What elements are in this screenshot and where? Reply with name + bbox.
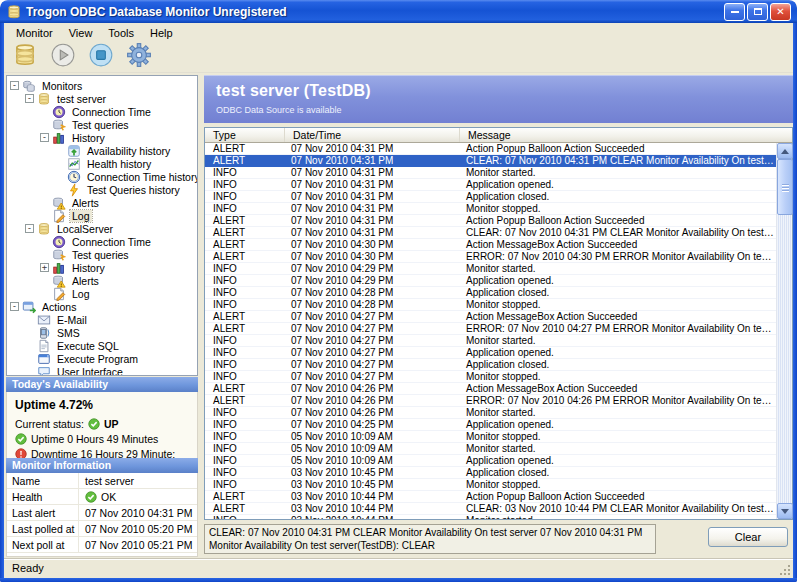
log-datetime: 07 Nov 2010 04:27 PM bbox=[285, 347, 460, 358]
tree-item-test-queries-history[interactable]: Test Queries history bbox=[7, 183, 197, 196]
availability-chart-icon bbox=[67, 144, 81, 158]
log-row[interactable]: INFO07 Nov 2010 04:29 PMApplication open… bbox=[205, 275, 776, 287]
clear-button[interactable]: Clear bbox=[708, 527, 788, 547]
tree-item-connection-time-history[interactable]: Connection Time history bbox=[7, 170, 197, 183]
log-row[interactable]: INFO07 Nov 2010 04:31 PMApplication open… bbox=[205, 179, 776, 191]
monitor-info-row-health: HealthOK bbox=[7, 489, 197, 505]
log-row-selected[interactable]: ALERT07 Nov 2010 04:31 PMCLEAR: 07 Nov 2… bbox=[205, 155, 776, 167]
collapse-toggle-icon[interactable]: - bbox=[10, 302, 19, 311]
tree-item-user-interface[interactable]: User Interface bbox=[7, 365, 197, 376]
settings-button[interactable] bbox=[122, 43, 156, 72]
log-row[interactable]: ALERT07 Nov 2010 04:31 PMAction Popup Ba… bbox=[205, 215, 776, 227]
column-header-message[interactable]: Message bbox=[460, 128, 792, 142]
start-button[interactable] bbox=[46, 43, 80, 72]
log-row[interactable]: ALERT07 Nov 2010 04:26 PMERROR: 07 Nov 2… bbox=[205, 395, 776, 407]
tree-item-log[interactable]: Log bbox=[7, 209, 197, 222]
log-type: INFO bbox=[205, 371, 285, 382]
log-row[interactable]: ALERT07 Nov 2010 04:26 PMAction MessageB… bbox=[205, 383, 776, 395]
log-row[interactable]: INFO05 Nov 2010 10:09 AMApplication open… bbox=[205, 455, 776, 467]
collapse-toggle-icon[interactable]: - bbox=[25, 94, 34, 103]
minimize-button[interactable] bbox=[724, 3, 745, 21]
log-message: Application opened. bbox=[460, 455, 776, 466]
log-row[interactable]: INFO05 Nov 2010 10:09 AMMonitor started. bbox=[205, 443, 776, 455]
scroll-down-button[interactable] bbox=[777, 503, 793, 519]
tree-item-localserver[interactable]: -LocalServer bbox=[7, 222, 197, 235]
tree-item-availability-history[interactable]: Availability history bbox=[7, 144, 197, 157]
column-header-date-time[interactable]: Date/Time bbox=[285, 128, 460, 142]
log-message: Action MessageBox Action Succeeded bbox=[460, 383, 776, 394]
log-row[interactable]: ALERT03 Nov 2010 10:44 PMCLEAR: 03 Nov 2… bbox=[205, 503, 776, 515]
resize-grip[interactable] bbox=[779, 564, 791, 576]
log-page-icon bbox=[52, 287, 66, 301]
tree-item-connection-time[interactable]: Connection Time bbox=[7, 105, 197, 118]
log-row[interactable]: INFO07 Nov 2010 04:25 PMApplication open… bbox=[205, 419, 776, 431]
log-message: CLEAR: 07 Nov 2010 04:31 PM CLEAR Monito… bbox=[460, 227, 776, 238]
log-row[interactable]: ALERT07 Nov 2010 04:30 PMAction MessageB… bbox=[205, 239, 776, 251]
log-row[interactable]: INFO07 Nov 2010 04:31 PMApplication clos… bbox=[205, 191, 776, 203]
log-message: Monitor started. bbox=[460, 263, 776, 274]
scrollbar-thumb[interactable] bbox=[777, 159, 793, 215]
menu-tools[interactable]: Tools bbox=[100, 25, 142, 41]
menu-view[interactable]: View bbox=[61, 25, 101, 41]
log-row[interactable]: ALERT07 Nov 2010 04:31 PMCLEAR: 07 Nov 2… bbox=[205, 227, 776, 239]
tree-item-connection-time[interactable]: Connection Time bbox=[7, 235, 197, 248]
log-row[interactable]: INFO03 Nov 2010 10:45 PMMonitor stopped. bbox=[205, 479, 776, 491]
title-bar[interactable]: Trogon ODBC Database Monitor Unregistere… bbox=[0, 0, 797, 23]
log-row[interactable]: INFO07 Nov 2010 04:31 PMMonitor started. bbox=[205, 167, 776, 179]
menu-help[interactable]: Help bbox=[142, 25, 181, 41]
server-status-subtitle: ODBC Data Source is available bbox=[216, 105, 781, 115]
log-row[interactable]: INFO07 Nov 2010 04:27 PMMonitor started. bbox=[205, 335, 776, 347]
log-list-rows: ALERT07 Nov 2010 04:31 PMAction Popup Ba… bbox=[205, 143, 776, 519]
log-row[interactable]: INFO07 Nov 2010 04:28 PMMonitor stopped. bbox=[205, 299, 776, 311]
tree-item-alerts[interactable]: Alerts bbox=[7, 274, 197, 287]
tree-item-history[interactable]: -History bbox=[7, 131, 197, 144]
tree-item-e-mail[interactable]: E-Mail bbox=[7, 313, 197, 326]
tree-item-actions[interactable]: -Actions bbox=[7, 300, 197, 313]
log-row[interactable]: INFO07 Nov 2010 04:29 PMMonitor started. bbox=[205, 263, 776, 275]
tree-item-execute-sql[interactable]: Execute SQL bbox=[7, 339, 197, 352]
tree-item-log[interactable]: Log bbox=[7, 287, 197, 300]
log-row[interactable]: INFO07 Nov 2010 04:31 PMMonitor stopped. bbox=[205, 203, 776, 215]
vertical-scrollbar[interactable] bbox=[776, 143, 792, 519]
tree-item-test-queries[interactable]: Test queries bbox=[7, 248, 197, 261]
menu-monitor[interactable]: Monitor bbox=[8, 25, 61, 41]
log-datetime: 07 Nov 2010 04:26 PM bbox=[285, 395, 460, 406]
log-row[interactable]: ALERT07 Nov 2010 04:27 PMAction MessageB… bbox=[205, 311, 776, 323]
log-row[interactable]: INFO07 Nov 2010 04:28 PMApplication clos… bbox=[205, 287, 776, 299]
tree-item-execute-program[interactable]: Execute Program bbox=[7, 352, 197, 365]
tree-item-alerts[interactable]: Alerts bbox=[7, 196, 197, 209]
scroll-up-button[interactable] bbox=[777, 143, 793, 159]
log-row[interactable]: ALERT07 Nov 2010 04:30 PMERROR: 07 Nov 2… bbox=[205, 251, 776, 263]
tree-item-monitors[interactable]: -Monitors bbox=[7, 79, 197, 92]
log-row[interactable]: INFO07 Nov 2010 04:27 PMMonitor stopped. bbox=[205, 371, 776, 383]
log-datetime: 07 Nov 2010 04:30 PM bbox=[285, 251, 460, 262]
database-button[interactable] bbox=[8, 43, 42, 72]
log-row[interactable]: ALERT07 Nov 2010 04:31 PMAction Popup Ba… bbox=[205, 143, 776, 155]
collapse-toggle-icon[interactable]: - bbox=[10, 81, 19, 90]
log-row[interactable]: INFO03 Nov 2010 10:44 PMMonitor started. bbox=[205, 515, 776, 519]
log-row[interactable]: INFO07 Nov 2010 04:27 PMApplication clos… bbox=[205, 359, 776, 371]
tree-item-test-server[interactable]: -test server bbox=[7, 92, 197, 105]
log-row[interactable]: ALERT07 Nov 2010 04:27 PMERROR: 07 Nov 2… bbox=[205, 323, 776, 335]
tree-item-history[interactable]: +History bbox=[7, 261, 197, 274]
log-row[interactable]: INFO07 Nov 2010 04:27 PMApplication open… bbox=[205, 347, 776, 359]
log-row[interactable]: ALERT03 Nov 2010 10:44 PMAction Popup Ba… bbox=[205, 491, 776, 503]
maximize-button[interactable] bbox=[747, 3, 768, 21]
column-header-type[interactable]: Type bbox=[205, 128, 285, 142]
expand-toggle-icon[interactable]: + bbox=[40, 263, 49, 272]
log-row[interactable]: INFO03 Nov 2010 10:45 PMApplication clos… bbox=[205, 467, 776, 479]
log-row[interactable]: INFO07 Nov 2010 04:26 PMMonitor started. bbox=[205, 407, 776, 419]
stop-button[interactable] bbox=[84, 43, 118, 72]
tree-item-sms[interactable]: SMS bbox=[7, 326, 197, 339]
tree-item-label: LocalServer bbox=[55, 223, 115, 235]
close-button[interactable]: ✕ bbox=[770, 3, 791, 21]
log-message: Action MessageBox Action Succeeded bbox=[460, 311, 776, 322]
tree-item-health-history[interactable]: Health history bbox=[7, 157, 197, 170]
log-row[interactable]: INFO05 Nov 2010 10:09 AMMonitor stopped. bbox=[205, 431, 776, 443]
clock-purple-icon bbox=[52, 105, 66, 119]
tree-item-test-queries[interactable]: Test queries bbox=[7, 118, 197, 131]
collapse-toggle-icon[interactable]: - bbox=[25, 224, 34, 233]
log-message: Monitor started. bbox=[460, 335, 776, 346]
collapse-toggle-icon[interactable]: - bbox=[40, 133, 49, 142]
tree-item-label: test server bbox=[55, 93, 108, 105]
